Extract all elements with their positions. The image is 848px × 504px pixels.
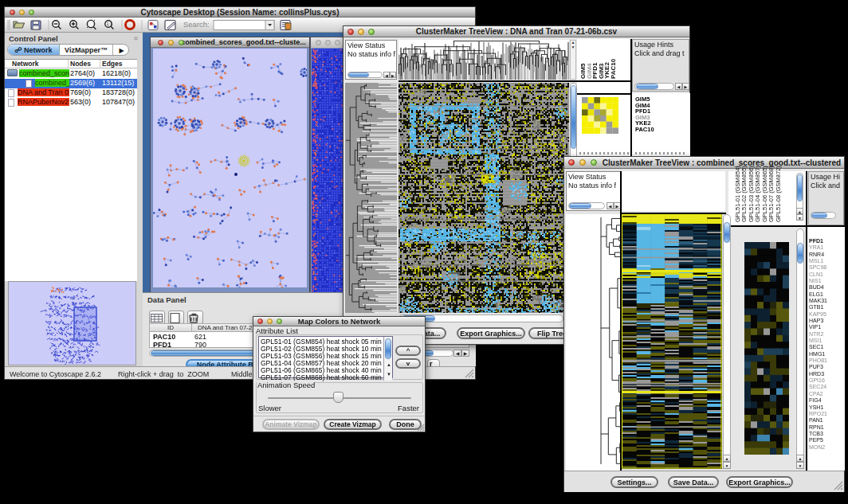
svg-text:Search:: Search: bbox=[183, 20, 210, 29]
svg-text:1:1: 1:1 bbox=[107, 21, 113, 26]
